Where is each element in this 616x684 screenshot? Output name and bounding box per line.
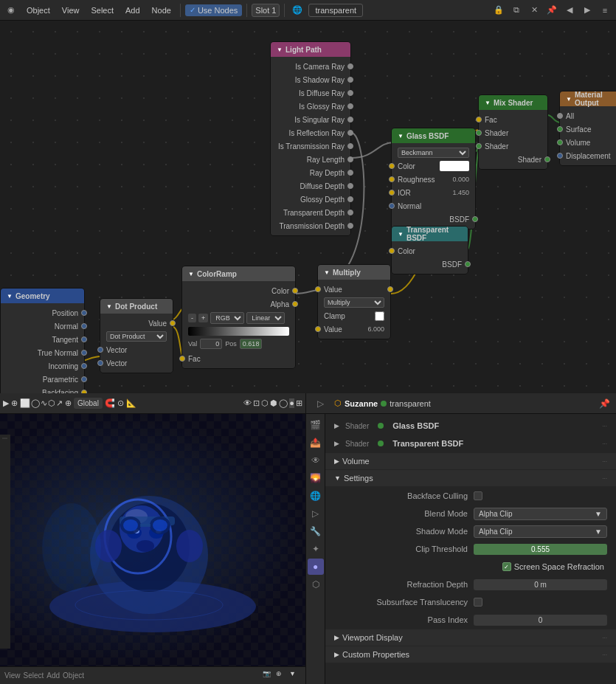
material-output-header[interactable]: ▼ Material Output	[560, 91, 616, 106]
menu-icon[interactable]: ≡	[597, 2, 613, 18]
vp-mode-icon[interactable]: ▶	[3, 398, 9, 408]
viewport-display-header[interactable]: ▶ Viewport Display ···	[325, 629, 616, 646]
material-output-node[interactable]: ▼ Material Output All Surface Volume Dis…	[559, 91, 616, 166]
glass-normal-socket[interactable]	[389, 203, 395, 209]
mult-val-socket[interactable]	[315, 326, 321, 332]
sidebar-render-icon[interactable]: 🎬	[308, 417, 324, 433]
custom-props-dots[interactable]: ···	[602, 652, 607, 658]
mix-shader-node[interactable]: ▼ Mix Shader Fac Shader Shader Shader	[478, 94, 548, 170]
refraction-depth-input[interactable]: 0 m	[474, 579, 607, 590]
dot-product-node[interactable]: ▼ Dot Product Value Dot Product Vector V…	[100, 298, 173, 373]
vp-xyz-icon[interactable]: ⊕	[276, 670, 288, 682]
vp-add-label[interactable]: Add	[46, 671, 60, 680]
blend-mode-dropdown[interactable]: Alpha Clip ▼	[474, 508, 607, 520]
transp-expand-dots[interactable]: ···	[602, 441, 607, 447]
dp-vec2-sock[interactable]	[97, 360, 103, 366]
lp-sock-0[interactable]	[347, 63, 353, 69]
mult-out-socket[interactable]	[387, 286, 393, 292]
pass-index-input[interactable]: 0	[474, 615, 607, 626]
vp-filter-icon[interactable]: ▼	[289, 670, 301, 682]
settings-section-header[interactable]: ▼ Settings ···	[325, 470, 616, 486]
cr-rgb-select[interactable]: RGB	[210, 312, 244, 324]
view-menu[interactable]: View	[58, 4, 84, 16]
settings-dots[interactable]: ···	[602, 475, 607, 482]
mult-clamp-check[interactable]	[375, 311, 384, 321]
vp-global-btn[interactable]: Global	[74, 398, 103, 409]
volume-section-header[interactable]: ▶ Volume ···	[325, 453, 616, 469]
cr-plus-btn[interactable]: +	[198, 314, 208, 322]
vp-view-icon[interactable]: 👁	[243, 398, 252, 408]
add-menu[interactable]: Add	[121, 4, 145, 16]
glass-color-swatch[interactable]	[440, 161, 469, 171]
fwd-icon[interactable]: ▶	[579, 2, 595, 18]
use-nodes-toggle[interactable]: ✓ Use Nodes	[185, 4, 242, 16]
matout-disp-socket[interactable]	[557, 153, 563, 159]
sidebar-output-icon[interactable]: 📤	[308, 435, 324, 451]
mix-shader1-socket[interactable]	[476, 130, 482, 136]
lp-sock-8[interactable]	[347, 170, 353, 176]
glass-bsdf-node[interactable]: ▼ Glass BSDF Beckmann Color Roughness 0.…	[391, 128, 476, 229]
vp-measure[interactable]: 📐	[126, 398, 136, 408]
viewport-display-dots[interactable]: ···	[602, 635, 607, 641]
sidebar-data-icon[interactable]: ⬡	[308, 576, 324, 593]
transparent-bsdf-header[interactable]: ▼ Transparent BSDF	[392, 227, 468, 241]
geometry-header[interactable]: ▼ Geometry	[1, 289, 84, 303]
transparent-bsdf-node[interactable]: ▼ Transparent BSDF Color BSDF	[391, 226, 468, 274]
lp-sock-12[interactable]	[347, 223, 353, 229]
sidebar-mod-icon[interactable]: 🔧	[308, 523, 324, 539]
mix-shader2-socket[interactable]	[476, 143, 482, 149]
cr-pos-input[interactable]: 0.618	[240, 339, 262, 349]
geo-param-sock[interactable]	[81, 376, 87, 382]
vp-camera-icon[interactable]: 📷	[263, 670, 274, 682]
vp-transform-icon[interactable]: ⊕	[65, 398, 72, 408]
cr-interp-select[interactable]: Linear	[246, 312, 285, 324]
geo-incoming-sock[interactable]	[81, 363, 87, 369]
vp-shading-wire[interactable]: ⬡	[261, 398, 269, 408]
cr-minus-btn[interactable]: -	[188, 314, 196, 322]
slot-select[interactable]: Slot 1	[252, 4, 280, 17]
lp-sock-5[interactable]	[347, 130, 353, 136]
select-menu[interactable]: Select	[86, 4, 118, 16]
lp-sock-10[interactable]	[347, 196, 353, 202]
vp-select-box[interactable]: ⬜	[20, 398, 30, 408]
sst-checkbox[interactable]	[474, 598, 482, 607]
multiply-header[interactable]: ▼ Multiply	[318, 265, 390, 280]
custom-props-header[interactable]: ▶ Custom Properties ···	[325, 646, 616, 663]
lp-sock-7[interactable]	[347, 156, 353, 162]
sidebar-scene-icon[interactable]: 🌄	[308, 470, 324, 486]
matout-all-socket[interactable]	[557, 113, 563, 119]
geometry-node[interactable]: ▼ Geometry Position Normal Tangent True …	[0, 288, 85, 393]
blender-logo[interactable]: ◉	[3, 2, 19, 18]
mix-shader-out-socket[interactable]	[544, 156, 550, 162]
object-menu[interactable]: Object	[22, 4, 55, 16]
shader-arrow-transp[interactable]: ▶	[334, 440, 339, 447]
sidebar-view-icon[interactable]: 👁	[308, 452, 324, 469]
multiply-node[interactable]: ▼ Multiply Value Multiply Clamp Value 6.…	[317, 264, 391, 339]
matout-surface-socket[interactable]	[557, 126, 563, 132]
mult-in-socket[interactable]	[315, 286, 321, 292]
shadow-mode-dropdown[interactable]: Alpha Clip ▼	[474, 525, 607, 538]
dp-val-out-sock[interactable]	[170, 320, 176, 326]
sidebar-mat-icon[interactable]: ●	[308, 559, 324, 575]
vp-shading-render[interactable]: ●	[289, 398, 294, 408]
light-path-node[interactable]: ▼ Light Path Is Camera Ray Is Shadow Ray…	[270, 41, 351, 236]
transp-bsdf-out-socket[interactable]	[465, 261, 471, 267]
lp-sock-9[interactable]	[347, 183, 353, 189]
ssr-checkbox[interactable]: ✓	[502, 562, 511, 571]
clip-threshold-input[interactable]: 0.555	[474, 544, 607, 555]
glass-distribution-select[interactable]: Beckmann	[398, 148, 469, 158]
material-name-badge[interactable]: transparent	[308, 4, 363, 17]
lp-sock-1[interactable]	[347, 77, 353, 83]
vp-select-lasso[interactable]: ∿	[41, 398, 47, 408]
dp-vec1-sock[interactable]	[97, 347, 103, 353]
cr-gradient-bar[interactable]	[188, 327, 289, 336]
geo-normal-sock[interactable]	[81, 323, 87, 329]
shield-icon[interactable]: 🔒	[491, 2, 507, 18]
vp-select-poly[interactable]: ⬡	[48, 398, 55, 408]
color-ramp-node[interactable]: ▼ ColorRamp Color Alpha - + RGB Linear V…	[181, 266, 296, 369]
glass-bsdf-header[interactable]: ▼ Glass BSDF	[392, 128, 475, 143]
transp-color-socket[interactable]	[389, 248, 395, 254]
cr-alpha-socket[interactable]	[292, 301, 298, 307]
dot-product-header[interactable]: ▼ Dot Product	[100, 299, 173, 314]
matout-volume-socket[interactable]	[557, 139, 563, 145]
